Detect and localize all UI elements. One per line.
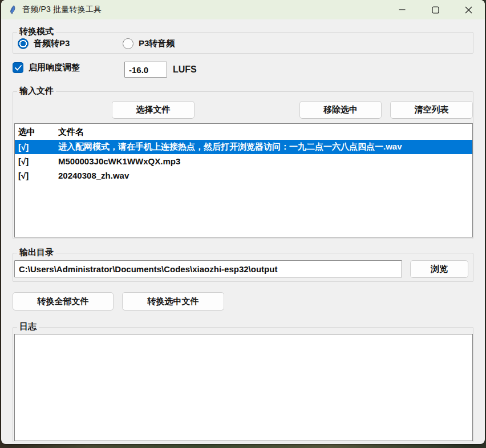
item-filename: 20240308_zh.wav [58,171,472,180]
lufs-unit-label: LUFS [173,64,197,75]
item-filename: M500003J0cWK1WWxQX.mp3 [58,156,472,166]
convert-selected-button[interactable]: 转换选中文件 [122,292,224,310]
browse-button[interactable]: 浏览 [410,260,468,278]
title-bar: 音频/P3 批量转换工具 [1,0,485,19]
remove-selected-button[interactable]: 移除选中 [299,101,382,119]
radio-selected-icon [18,38,29,49]
radio-audio-to-p3[interactable]: 音频转P3 [18,37,70,50]
minimize-icon[interactable] [386,0,419,19]
column-header-checked: 选中 [18,127,58,138]
radio-p3-to-audio[interactable]: P3转音频 [123,37,175,50]
item-checkmark: [√] [18,156,58,166]
lufs-value-input[interactable] [124,62,167,78]
log-groupbox: 日志 [13,327,473,442]
file-listbox[interactable]: 选中 文件名 [√] 进入配网模式，请在手机上连接热点，然后打开浏览器访问：一九… [14,123,473,237]
radio-label: 音频转P3 [34,38,70,49]
list-item[interactable]: [√] 20240308_zh.wav [15,168,472,183]
column-header-filename: 文件名 [58,127,472,138]
select-files-button[interactable]: 选择文件 [112,101,195,119]
convert-all-button[interactable]: 转换全部文件 [13,292,114,310]
item-checkmark: [√] [18,171,58,180]
radio-unselected-icon [123,38,133,49]
input-files-group-label: 输入文件 [17,86,56,96]
item-filename: 进入配网模式，请在手机上连接热点，然后打开浏览器访问：一九二点一六八点四点一.w… [58,142,472,152]
clear-list-button[interactable]: 清空列表 [390,101,473,119]
checkbox-checked-icon[interactable] [13,62,23,73]
window-controls [386,0,485,19]
loudness-checkbox-row: 启用响度调整 [13,62,80,73]
mode-groupbox: 转换模式 音频转P3 P3转音频 [13,32,473,54]
window-title: 音频/P3 批量转换工具 [22,5,102,15]
list-item[interactable]: [√] 进入配网模式，请在手机上连接热点，然后打开浏览器访问：一九二点一六八点四… [15,140,472,154]
output-dir-group-label: 输出目录 [17,247,56,258]
mode-group-label: 转换模式 [17,26,56,37]
radio-label: P3转音频 [139,38,175,49]
list-item[interactable]: [√] M500003J0cWK1WWxQX.mp3 [15,154,472,168]
log-textarea[interactable] [14,334,473,441]
app-window: 音频/P3 批量转换工具 转换模式 音频转P3 P3转音频 [1,0,485,444]
loudness-checkbox-label[interactable]: 启用响度调整 [29,62,80,73]
file-list-header: 选中 文件名 [15,124,472,140]
feather-icon [8,5,17,14]
output-dir-groupbox: 输出目录 浏览 [13,253,473,282]
item-checkmark: [√] [18,142,58,152]
log-group-label: 日志 [17,321,39,332]
maximize-icon[interactable] [419,0,452,19]
output-path-input[interactable] [14,260,402,277]
input-files-groupbox: 输入文件 选择文件 移除选中 清空列表 选中 文件名 [√] 进入配网模式，请在… [13,91,473,239]
close-icon[interactable] [452,0,485,19]
